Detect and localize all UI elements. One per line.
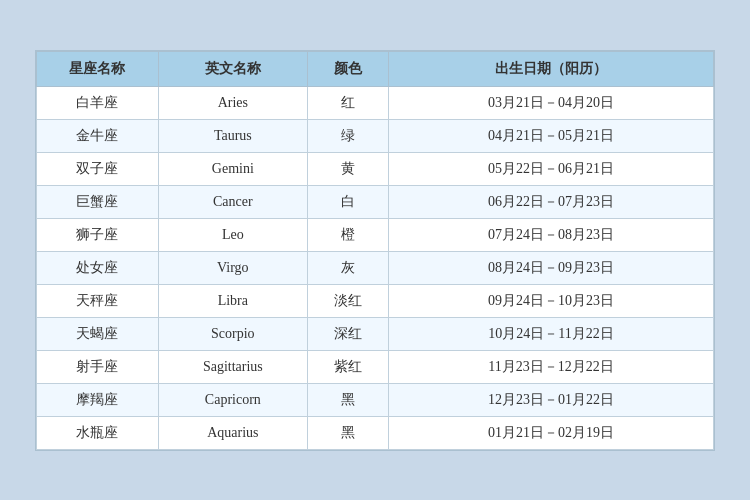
- table-row: 金牛座Taurus绿04月21日－05月21日: [37, 119, 714, 152]
- cell-date: 09月24日－10月23日: [389, 284, 714, 317]
- table-row: 白羊座Aries红03月21日－04月20日: [37, 86, 714, 119]
- cell-color: 紫红: [307, 350, 388, 383]
- cell-date: 06月22日－07月23日: [389, 185, 714, 218]
- cell-cn: 白羊座: [37, 86, 159, 119]
- cell-color: 橙: [307, 218, 388, 251]
- cell-color: 红: [307, 86, 388, 119]
- table-header-row: 星座名称 英文名称 颜色 出生日期（阳历）: [37, 51, 714, 86]
- zodiac-table-container: 星座名称 英文名称 颜色 出生日期（阳历） 白羊座Aries红03月21日－04…: [35, 50, 715, 451]
- cell-date: 10月24日－11月22日: [389, 317, 714, 350]
- cell-date: 08月24日－09月23日: [389, 251, 714, 284]
- cell-color: 黄: [307, 152, 388, 185]
- cell-date: 11月23日－12月22日: [389, 350, 714, 383]
- cell-en: Taurus: [158, 119, 307, 152]
- header-color: 颜色: [307, 51, 388, 86]
- cell-cn: 水瓶座: [37, 416, 159, 449]
- cell-color: 深红: [307, 317, 388, 350]
- table-row: 摩羯座Capricorn黑12月23日－01月22日: [37, 383, 714, 416]
- cell-en: Sagittarius: [158, 350, 307, 383]
- cell-en: Libra: [158, 284, 307, 317]
- table-row: 水瓶座Aquarius黑01月21日－02月19日: [37, 416, 714, 449]
- cell-cn: 狮子座: [37, 218, 159, 251]
- cell-date: 12月23日－01月22日: [389, 383, 714, 416]
- table-row: 处女座Virgo灰08月24日－09月23日: [37, 251, 714, 284]
- table-row: 天蝎座Scorpio深红10月24日－11月22日: [37, 317, 714, 350]
- cell-en: Scorpio: [158, 317, 307, 350]
- cell-color: 绿: [307, 119, 388, 152]
- header-en: 英文名称: [158, 51, 307, 86]
- cell-cn: 巨蟹座: [37, 185, 159, 218]
- table-row: 双子座Gemini黄05月22日－06月21日: [37, 152, 714, 185]
- cell-color: 白: [307, 185, 388, 218]
- table-row: 射手座Sagittarius紫红11月23日－12月22日: [37, 350, 714, 383]
- cell-cn: 双子座: [37, 152, 159, 185]
- cell-cn: 射手座: [37, 350, 159, 383]
- cell-en: Cancer: [158, 185, 307, 218]
- table-row: 狮子座Leo橙07月24日－08月23日: [37, 218, 714, 251]
- zodiac-table: 星座名称 英文名称 颜色 出生日期（阳历） 白羊座Aries红03月21日－04…: [36, 51, 714, 450]
- cell-en: Leo: [158, 218, 307, 251]
- cell-en: Capricorn: [158, 383, 307, 416]
- cell-en: Aries: [158, 86, 307, 119]
- cell-en: Gemini: [158, 152, 307, 185]
- cell-date: 04月21日－05月21日: [389, 119, 714, 152]
- cell-color: 淡红: [307, 284, 388, 317]
- cell-cn: 金牛座: [37, 119, 159, 152]
- cell-color: 灰: [307, 251, 388, 284]
- cell-cn: 摩羯座: [37, 383, 159, 416]
- cell-date: 07月24日－08月23日: [389, 218, 714, 251]
- cell-date: 01月21日－02月19日: [389, 416, 714, 449]
- header-cn: 星座名称: [37, 51, 159, 86]
- cell-date: 03月21日－04月20日: [389, 86, 714, 119]
- cell-color: 黑: [307, 383, 388, 416]
- cell-color: 黑: [307, 416, 388, 449]
- table-row: 天秤座Libra淡红09月24日－10月23日: [37, 284, 714, 317]
- cell-cn: 天秤座: [37, 284, 159, 317]
- cell-cn: 处女座: [37, 251, 159, 284]
- cell-date: 05月22日－06月21日: [389, 152, 714, 185]
- table-row: 巨蟹座Cancer白06月22日－07月23日: [37, 185, 714, 218]
- cell-cn: 天蝎座: [37, 317, 159, 350]
- header-date: 出生日期（阳历）: [389, 51, 714, 86]
- cell-en: Virgo: [158, 251, 307, 284]
- cell-en: Aquarius: [158, 416, 307, 449]
